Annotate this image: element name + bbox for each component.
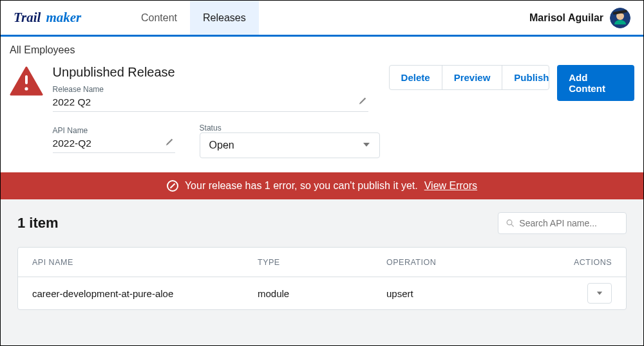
release-name-label: Release Name xyxy=(53,85,380,94)
preview-button[interactable]: Preview xyxy=(442,66,503,89)
delete-button[interactable]: Delete xyxy=(390,66,442,89)
pencil-icon[interactable] xyxy=(165,138,174,149)
warning-icon xyxy=(10,66,43,96)
chevron-down-icon xyxy=(596,290,603,296)
status-select[interactable]: Open xyxy=(200,132,380,158)
cell-type: module xyxy=(258,288,386,299)
items-count: 1 item xyxy=(17,215,59,232)
svg-text:maker: maker xyxy=(46,9,82,24)
tab-releases[interactable]: Releases xyxy=(190,0,259,35)
release-heading: Unpublished Release xyxy=(53,65,380,80)
table-row: career-development-at-pure-aloe module u… xyxy=(18,277,626,309)
error-banner-text: Your release has 1 error, so you can't p… xyxy=(185,180,418,192)
search-icon xyxy=(506,219,514,228)
search-input[interactable] xyxy=(519,218,618,228)
release-name-value: 2022 Q2 xyxy=(53,96,91,108)
col-actions: ACTIONS xyxy=(528,258,612,267)
release-action-group: Delete Preview Publish xyxy=(389,65,550,90)
col-operation: OPERATION xyxy=(386,258,528,267)
api-name-label: API Name xyxy=(53,126,175,135)
svg-text:Trail: Trail xyxy=(14,9,41,24)
release-header: Unpublished Release Release Name 2022 Q2… xyxy=(1,56,643,172)
svg-line-8 xyxy=(511,224,513,226)
tab-content[interactable]: Content xyxy=(128,0,190,35)
col-type: TYPE xyxy=(258,258,386,267)
status-value: Open xyxy=(209,140,234,151)
view-errors-link[interactable]: View Errors xyxy=(424,180,477,192)
user-name-label: Marisol Aguilar xyxy=(529,12,603,24)
svg-rect-5 xyxy=(25,75,28,84)
prohibit-icon xyxy=(167,180,178,192)
brand-logo: Trail maker xyxy=(14,1,128,35)
api-name-field[interactable]: 2022-Q2 xyxy=(53,135,175,153)
items-section: 1 item API NAME TYPE OPERATION ACTIONS c… xyxy=(1,199,643,345)
cell-api-name: career-development-at-pure-aloe xyxy=(32,288,258,299)
top-nav: Trail maker Content Releases Marisol Agu… xyxy=(1,1,643,37)
pencil-icon[interactable] xyxy=(358,96,367,108)
publish-button[interactable]: Publish xyxy=(502,66,549,89)
add-content-button[interactable]: Add Content xyxy=(557,65,634,101)
col-api-name: API NAME xyxy=(32,258,258,267)
avatar-icon xyxy=(610,8,630,28)
breadcrumb[interactable]: All Employees xyxy=(1,37,643,56)
api-name-value: 2022-Q2 xyxy=(53,138,91,149)
svg-point-6 xyxy=(25,87,28,90)
cell-operation: upsert xyxy=(386,288,528,299)
status-label: Status xyxy=(200,123,380,132)
user-menu[interactable]: Marisol Aguilar xyxy=(529,1,630,35)
items-table: API NAME TYPE OPERATION ACTIONS career-d… xyxy=(17,247,627,310)
search-input-wrapper[interactable] xyxy=(498,212,627,234)
error-banner: Your release has 1 error, so you can't p… xyxy=(1,172,643,199)
row-actions-menu[interactable] xyxy=(587,283,612,304)
chevron-down-icon xyxy=(363,140,370,151)
svg-point-7 xyxy=(507,220,512,225)
release-name-field[interactable]: 2022 Q2 xyxy=(53,94,368,112)
